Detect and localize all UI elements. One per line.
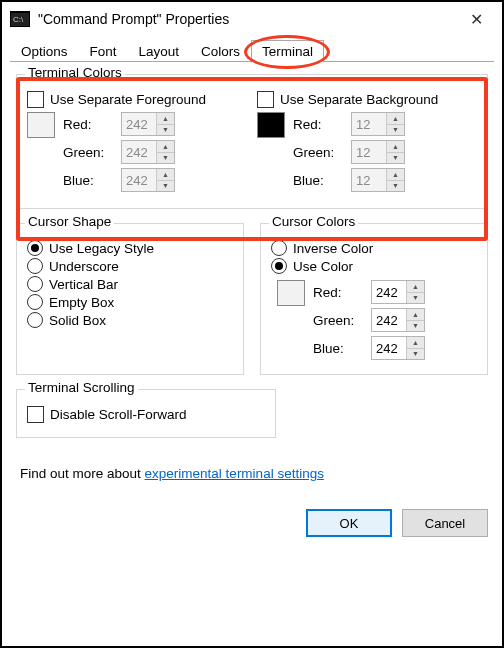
spinner-down-icon[interactable]: ▼ [157,153,174,164]
app-icon: C:\ [10,11,30,27]
info-text: Find out more about experimental termina… [20,466,488,481]
bg-blue-label: Blue: [293,173,343,188]
bg-red-spinner[interactable]: 12▲▼ [351,112,405,136]
cursor-blue-spinner[interactable]: 242▲▼ [371,336,425,360]
spinner-up-icon[interactable]: ▲ [387,113,404,125]
group-cursor-shape: Cursor Shape Use Legacy Style Underscore… [16,223,244,375]
spinner-up-icon[interactable]: ▲ [157,141,174,153]
group-cursor-colors: Cursor Colors Inverse Color Use Color Re… [260,223,488,375]
bg-green-label: Green: [293,145,343,160]
checkbox-separate-foreground[interactable]: Use Separate Foreground [27,91,247,108]
fg-red-spinner[interactable]: 242▲▼ [121,112,175,136]
radio-inverse-color[interactable]: Inverse Color [271,240,477,256]
spinner-up-icon[interactable]: ▲ [157,113,174,125]
spinner-down-icon[interactable]: ▼ [407,293,424,304]
cursor-green-label: Green: [313,313,363,328]
cursor-red-label: Red: [313,285,363,300]
cursor-green-spinner[interactable]: 242▲▼ [371,308,425,332]
group-title-terminal-colors: Terminal Colors [25,65,125,80]
checkbox-label: Disable Scroll-Forward [50,407,187,422]
spinner-up-icon[interactable]: ▲ [157,169,174,181]
radio-solid-box[interactable]: Solid Box [27,312,233,328]
spinner-up-icon[interactable]: ▲ [407,281,424,293]
radio-legacy-style[interactable]: Use Legacy Style [27,240,233,256]
fg-green-spinner[interactable]: 242▲▼ [121,140,175,164]
checkbox-separate-background[interactable]: Use Separate Background [257,91,477,108]
fg-green-label: Green: [63,145,113,160]
fg-blue-spinner[interactable]: 242▲▼ [121,168,175,192]
spinner-up-icon[interactable]: ▲ [407,309,424,321]
cancel-button[interactable]: Cancel [402,509,488,537]
tab-options[interactable]: Options [10,40,79,63]
spinner-down-icon[interactable]: ▼ [387,153,404,164]
spinner-down-icon[interactable]: ▼ [407,321,424,332]
radio-icon [271,258,287,274]
close-button[interactable]: ✕ [456,4,496,34]
group-title-cursor-shape: Cursor Shape [25,214,114,229]
cursor-red-spinner[interactable]: 242▲▼ [371,280,425,304]
tab-layout[interactable]: Layout [128,40,191,63]
cursor-color-swatch [277,280,305,306]
spinner-down-icon[interactable]: ▼ [387,125,404,136]
tab-strip: Options Font Layout Colors Terminal [2,36,502,62]
bg-green-spinner[interactable]: 12▲▼ [351,140,405,164]
bg-swatch [257,112,285,138]
checkbox-disable-scroll-forward[interactable]: Disable Scroll-Forward [27,406,265,423]
radio-icon [27,240,43,256]
group-terminal-colors: Terminal Colors Use Separate Foreground … [16,74,488,209]
radio-empty-box[interactable]: Empty Box [27,294,233,310]
radio-use-color[interactable]: Use Color [271,258,477,274]
spinner-down-icon[interactable]: ▼ [157,181,174,192]
group-terminal-scrolling: Terminal Scrolling Disable Scroll-Forwar… [16,389,276,438]
button-bar: OK Cancel [2,501,502,551]
radio-underscore[interactable]: Underscore [27,258,233,274]
bg-blue-spinner[interactable]: 12▲▼ [351,168,405,192]
bg-red-label: Red: [293,117,343,132]
checkbox-icon [27,406,44,423]
cursor-blue-label: Blue: [313,341,363,356]
checkbox-icon [257,91,274,108]
fg-swatch [27,112,55,138]
ok-button[interactable]: OK [306,509,392,537]
checkbox-icon [27,91,44,108]
group-title-terminal-scrolling: Terminal Scrolling [25,380,138,395]
radio-icon [271,240,287,256]
checkbox-label: Use Separate Background [280,92,438,107]
spinner-down-icon[interactable]: ▼ [387,181,404,192]
radio-icon [27,294,43,310]
tab-font[interactable]: Font [79,40,128,63]
tab-terminal[interactable]: Terminal [251,40,324,63]
fg-red-label: Red: [63,117,113,132]
spinner-up-icon[interactable]: ▲ [387,141,404,153]
radio-vertical-bar[interactable]: Vertical Bar [27,276,233,292]
spinner-up-icon[interactable]: ▲ [407,337,424,349]
group-title-cursor-colors: Cursor Colors [269,214,358,229]
fg-blue-label: Blue: [63,173,113,188]
radio-icon [27,276,43,292]
checkbox-label: Use Separate Foreground [50,92,206,107]
radio-icon [27,312,43,328]
spinner-up-icon[interactable]: ▲ [387,169,404,181]
tab-colors[interactable]: Colors [190,40,251,63]
window-title: "Command Prompt" Properties [38,11,456,27]
spinner-down-icon[interactable]: ▼ [157,125,174,136]
radio-icon [27,258,43,274]
svg-text:C:\: C:\ [13,15,24,24]
titlebar: C:\ "Command Prompt" Properties ✕ [2,2,502,36]
spinner-down-icon[interactable]: ▼ [407,349,424,360]
experimental-settings-link[interactable]: experimental terminal settings [145,466,324,481]
